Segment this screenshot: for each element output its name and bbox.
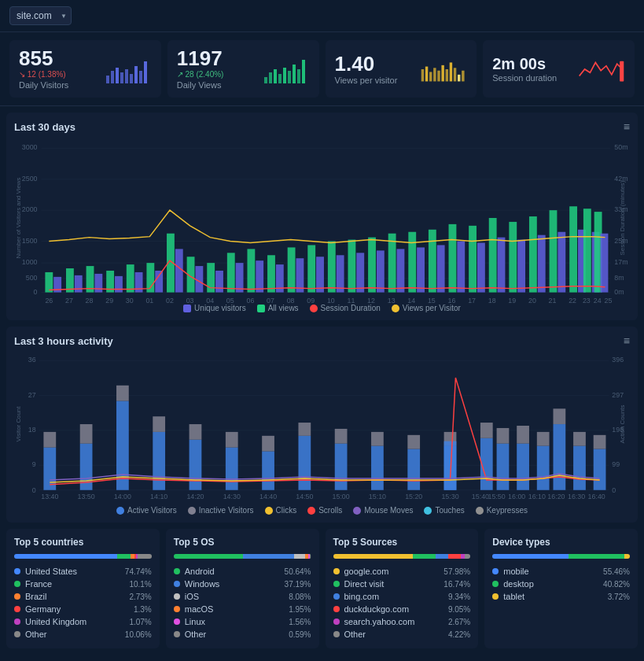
bottom-row: Top 5 countries United States 74.74% Fra… [6,529,638,648]
svg-text:24: 24 [594,297,602,305]
legend-unique-visitors: Unique visitors [183,304,246,312]
site-select[interactable]: site.com [9,6,72,25]
svg-rect-158 [43,448,56,490]
svg-text:15:40: 15:40 [472,493,489,500]
stat-label-vpv: Views per visitor [335,76,414,85]
list-item: bing.com 9.34% [333,590,471,603]
stat-label-session: Session duration [492,73,572,83]
svg-rect-4 [125,69,128,83]
legend-label-session: Session Duration [321,304,381,312]
svg-rect-191 [553,424,565,490]
svg-text:21: 21 [549,297,557,305]
activity-chart-svg: 36 27 18 9 0 396 297 198 99 0 Visitor Co… [14,353,630,499]
svg-rect-22 [438,70,440,81]
os-bar-ios [294,554,305,559]
svg-text:15:00: 15:00 [333,493,350,500]
countries-bar-other [138,554,152,559]
devices-title: Device types [492,537,630,548]
svg-rect-12 [278,74,282,83]
svg-text:Action Counts: Action Counts [619,405,626,444]
svg-rect-169 [226,432,238,448]
mini-chart-vpv [420,54,467,85]
svg-text:16:40: 16:40 [588,493,605,500]
os-bar-android [174,554,243,559]
list-item: google.com 57.98% [333,565,471,578]
svg-rect-17 [302,60,305,83]
legend-mouse-moves: Mouse Moves [353,506,413,515]
svg-rect-11 [274,69,277,83]
site-selector-wrap[interactable]: site.com [9,6,72,25]
main-chart-menu-icon[interactable]: ≡ [624,120,630,133]
svg-rect-182 [444,441,457,490]
svg-rect-194 [573,432,586,446]
legend-all-views: All views [257,304,299,312]
os-bar-windows [243,554,294,559]
svg-rect-19 [425,66,428,81]
svg-rect-68 [215,271,223,293]
stat-card-vpv: 1.40 Views per visitor [326,40,477,98]
svg-rect-176 [371,446,384,490]
sources-bar-bing [436,554,448,559]
svg-text:Session Duration (minutes): Session Duration (minutes) [619,180,626,255]
svg-rect-70 [236,263,244,292]
svg-text:16:00: 16:00 [508,493,525,500]
svg-rect-79 [328,242,336,293]
svg-text:20: 20 [528,297,536,305]
svg-rect-165 [153,416,165,432]
svg-rect-103 [569,206,577,292]
list-item: Germany 1.3% [14,603,152,615]
activity-chart-legend: Active Visitors Inactive Visitors Clicks… [14,506,630,515]
svg-rect-78 [316,257,324,292]
stat-label-visitors: Daily Visitors [19,80,98,90]
svg-rect-83 [368,238,376,293]
svg-rect-86 [397,249,405,292]
stat-value-vpv: 1.40 [335,54,414,74]
svg-rect-76 [296,258,304,292]
legend-label-mouse: Mouse Moves [364,506,413,515]
activity-chart-panel: Last 3 hours activity ≡ 36 27 18 9 0 396… [6,327,638,523]
svg-rect-23 [442,65,444,81]
activity-chart-title: Last 3 hours activity [14,335,113,347]
list-item: duckduckgo.com 9.05% [333,603,471,615]
svg-text:23: 23 [583,297,591,305]
svg-text:27: 27 [65,297,73,305]
svg-rect-20 [429,72,432,81]
svg-rect-174 [335,444,348,490]
svg-text:0: 0 [612,486,616,494]
svg-text:99: 99 [612,460,620,468]
stat-info-visitors: 855 ↘ 12 (1.38%) Daily Visitors [19,48,98,90]
svg-text:Visitor Count: Visitor Count [15,406,22,442]
svg-text:Number of Visitors and Views: Number of Visitors and Views [15,178,22,259]
stat-change-views: ↗ 28 (2.40%) [177,70,256,79]
list-item: tablet 3.72% [492,590,630,603]
svg-rect-196 [594,435,606,449]
activity-chart-header: Last 3 hours activity ≡ [14,334,630,347]
list-item: Other 4.22% [333,628,471,641]
svg-rect-164 [153,432,165,490]
svg-rect-9 [264,77,267,83]
activity-chart-menu-icon[interactable]: ≡ [624,334,630,347]
svg-rect-66 [195,266,203,292]
stat-value-session: 2m 00s [492,56,572,72]
sources-bar-other [465,554,470,559]
sources-progress-bar [333,554,471,559]
os-title: Top 5 OS [174,537,311,548]
svg-rect-85 [388,234,396,293]
svg-text:15:10: 15:10 [369,493,386,500]
svg-text:15:30: 15:30 [441,493,458,500]
svg-rect-170 [262,452,274,490]
legend-active-visitors: Active Visitors [116,506,177,515]
svg-rect-29 [620,61,624,81]
svg-rect-195 [594,449,606,490]
svg-text:0m: 0m [614,288,624,296]
list-item: Direct visit 16.74% [333,578,471,590]
svg-rect-1 [111,71,114,83]
mini-chart-visitors [105,54,152,85]
svg-text:14:40: 14:40 [259,493,277,500]
svg-text:1000: 1000 [22,258,38,266]
devices-bar-mobile [492,554,569,559]
svg-text:36: 36 [28,356,36,364]
svg-rect-15 [293,65,296,83]
list-item: United States 74.74% [14,565,152,578]
svg-rect-81 [348,240,355,293]
